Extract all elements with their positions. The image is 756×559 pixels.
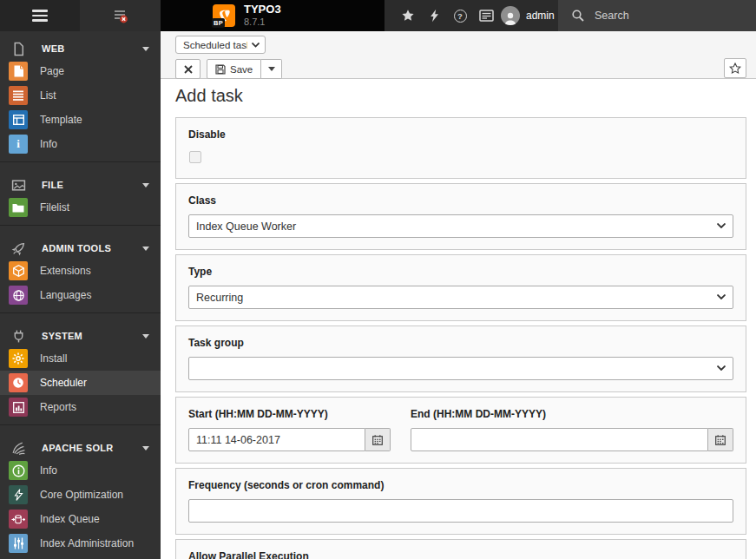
menu-group-admin-tools[interactable]: ADMIN TOOLS (0, 238, 161, 259)
task-group-label: Task group (188, 337, 733, 349)
page-icon (13, 65, 24, 77)
document-icon (11, 42, 26, 56)
star-outline-icon (729, 62, 741, 74)
sidebar-item-reports[interactable]: Reports (0, 395, 161, 419)
sidebar-item-info[interactable]: i Info (0, 132, 161, 156)
search-input[interactable] (593, 9, 723, 23)
task-group-select[interactable] (188, 357, 733, 380)
product-name: TYPO3 (244, 3, 281, 16)
start-datepicker-button[interactable] (365, 428, 391, 451)
page-title: Add task (175, 86, 746, 106)
sidebar-item-scheduler[interactable]: Scheduler (0, 371, 161, 395)
bolt-icon (429, 9, 440, 23)
close-button[interactable] (175, 59, 201, 79)
module-menu: WEB Page List (0, 31, 161, 559)
gear-icon (12, 352, 24, 365)
menu-group-web[interactable]: WEB (0, 38, 161, 59)
form-section-start-end: Start (HH:MM DD-MM-YYYY) End (HH:MM DD-M… (175, 397, 746, 464)
system-information-icon (479, 10, 494, 22)
brand-area: BP TYPO3 8.7.1 (161, 0, 385, 31)
frequency-input[interactable] (188, 499, 733, 523)
save-icon (215, 64, 226, 75)
chevron-down-icon (142, 446, 149, 450)
toolbar: ? admin (385, 0, 558, 31)
close-icon (184, 65, 193, 74)
docheader-buttons: Save (175, 59, 746, 79)
logo-badge: BP (212, 18, 225, 28)
type-label: Type (188, 266, 733, 278)
plug-icon (11, 329, 26, 344)
docheader: Scheduled tasks Save (161, 31, 756, 79)
form-section-task-group: Task group (175, 326, 746, 392)
class-select[interactable]: Index Queue Worker (188, 214, 733, 238)
end-datepicker-button[interactable] (708, 428, 733, 451)
image-icon (11, 178, 26, 193)
start-label: Start (HH:MM DD-MM-YYYY) (188, 408, 391, 420)
bar-chart-icon (13, 402, 24, 413)
clear-cache-toolbar-button[interactable] (421, 0, 447, 31)
sidebar-item-install[interactable]: Install (0, 346, 161, 371)
menu-group-apache-solr[interactable]: APACHE SOLR (0, 437, 161, 458)
username-label: admin (526, 10, 555, 22)
chevron-down-icon (142, 47, 149, 51)
person-icon (503, 11, 518, 25)
sidebar-item-filelist[interactable]: Filelist (0, 195, 161, 220)
menu-group-system[interactable]: SYSTEM (0, 326, 161, 346)
avatar (501, 6, 520, 25)
form-section-type: Type Recurring (175, 254, 746, 321)
help-toolbar-button[interactable]: ? (447, 0, 473, 31)
help-icon: ? (454, 10, 467, 23)
bookmark-button[interactable] (724, 58, 746, 78)
sidebar-item-index-administration[interactable]: Index Administration (0, 531, 161, 556)
chevron-down-icon (142, 334, 149, 339)
chevron-down-icon (142, 183, 149, 187)
type-select[interactable]: Recurring (188, 286, 733, 309)
hamburger-icon (32, 10, 48, 22)
topbar: BP TYPO3 8.7.1 ? (0, 0, 756, 31)
cache-menu-button[interactable] (80, 0, 161, 31)
sidebar-item-list[interactable]: List (0, 83, 161, 108)
class-label: Class (188, 194, 733, 207)
sidebar-item-core-optimization[interactable]: Core Optimization (0, 483, 161, 507)
info-icon: i (16, 137, 20, 151)
search-bar[interactable] (558, 0, 756, 31)
user-menu-button[interactable]: admin (501, 6, 555, 25)
search-icon (571, 9, 585, 23)
sidebar-item-extensions[interactable]: Extensions (0, 259, 161, 283)
form-section-class: Class Index Queue Worker (175, 183, 746, 250)
sidebar-item-template[interactable]: Template (0, 108, 161, 132)
task-group-select-wrap (188, 357, 733, 380)
module-function-select-wrap: Scheduled tasks (175, 36, 266, 54)
save-options-button[interactable] (261, 59, 282, 79)
calendar-icon (715, 435, 726, 445)
sidebar-toggle-button[interactable] (0, 0, 80, 31)
bookmarks-toolbar-button[interactable] (395, 0, 421, 31)
sidebar-item-page[interactable]: Page (0, 59, 161, 83)
sidebar-item-solr-info[interactable]: Info (0, 458, 161, 483)
menu-section-apache-solr: APACHE SOLR Info Core Optimization (0, 434, 161, 559)
disable-label: Disable (188, 128, 733, 141)
end-input[interactable] (411, 428, 708, 451)
module-function-select[interactable]: Scheduled tasks (175, 36, 266, 54)
sidebar-item-index-queue[interactable]: Index Queue (0, 507, 161, 531)
menu-section-file: FILE Filelist (0, 171, 161, 226)
menu-section-web: WEB Page List (0, 35, 161, 162)
systeminfo-toolbar-button[interactable] (473, 0, 499, 31)
save-button[interactable]: Save (207, 59, 261, 79)
menu-section-system: SYSTEM Install (0, 322, 161, 425)
clock-icon (12, 377, 24, 389)
list-with-badge-icon (112, 7, 129, 24)
parallel-label: Allow Parallel Execution (188, 550, 733, 559)
start-field-column: Start (HH:MM DD-MM-YYYY) (188, 408, 391, 451)
form-section-disable: Disable (175, 117, 746, 179)
template-icon (13, 115, 24, 125)
lightning-icon (14, 489, 23, 501)
menu-group-file[interactable]: FILE (0, 174, 161, 195)
end-label: End (HH:MM DD-MM-YYYY) (411, 408, 733, 420)
chevron-down-icon (142, 247, 149, 251)
product-version: 8.7.1 (244, 16, 281, 28)
sidebar-item-languages[interactable]: Languages (0, 283, 161, 307)
start-input[interactable] (188, 428, 365, 451)
disable-checkbox[interactable] (189, 151, 201, 163)
form-section-parallel: Allow Parallel Execution (175, 539, 746, 559)
